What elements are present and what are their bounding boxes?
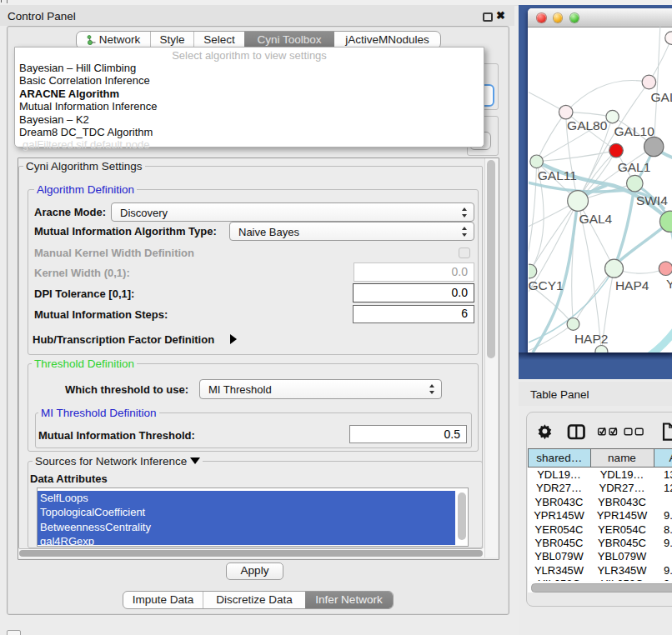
svg-text:GAL80: GAL80	[567, 118, 608, 132]
svg-text:GAL8: GAL8	[650, 89, 672, 103]
svg-text:GAL11: GAL11	[537, 168, 576, 182]
svg-text:Y: Y	[666, 277, 672, 291]
svg-text:GAL4: GAL4	[579, 212, 612, 226]
svg-text:GAL10: GAL10	[614, 124, 654, 138]
svg-text:SWI4: SWI4	[635, 192, 667, 207]
svg-text:GCY1: GCY1	[529, 278, 564, 292]
svg-text:GAL1: GAL1	[617, 159, 650, 173]
svg-text:HAP2: HAP2	[574, 331, 608, 345]
svg-text:HAP4: HAP4	[614, 278, 649, 292]
